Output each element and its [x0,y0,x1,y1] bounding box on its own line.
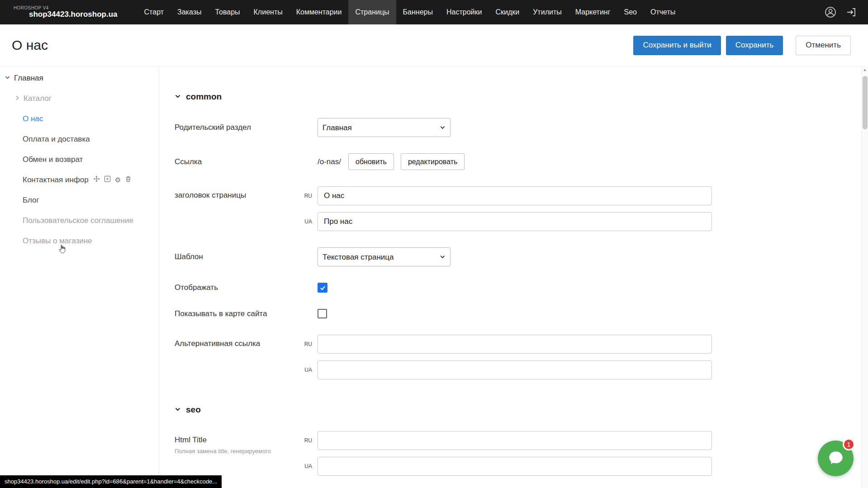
header-actions: Сохранить и выйти Сохранить Отменить [633,36,851,55]
menu-item-marketing[interactable]: Маркетинг [569,0,617,24]
menu-item-seo[interactable]: Seo [617,0,644,24]
save-button[interactable]: Сохранить [726,36,783,55]
page-title-ru-input[interactable] [318,186,712,205]
tree-item-about[interactable]: О нас [0,109,159,129]
tree-item-store-reviews[interactable]: Отзывы о магазине [0,231,159,251]
link-label: Ссылка [175,157,298,166]
tree-item-label: О нас [23,114,43,123]
tree-item-contact-info[interactable]: Контактная инфор ⚙ [0,170,159,190]
tree-item-label: Обмен и возврат [23,155,83,164]
display-label: Отображать [175,283,298,292]
tree-item-label: Каталог [24,94,52,103]
template-row: Шаблон Текстовая страница [175,247,868,266]
alt-link-ua-input[interactable] [318,360,712,379]
html-title-label: Html Title Полная замена title, генериру… [175,431,298,455]
link-row: Ссылка /o-nas/ обновить редактировать [175,153,868,170]
section-title: seo [186,405,201,415]
tree-item-exchange-return[interactable]: Обмен и возврат [0,149,159,170]
link-preview-statusbar: shop34423.horoshop.ua/edit/edit.php?id=6… [0,475,222,488]
tree-item-label: Пользовательское соглашение [23,216,133,225]
template-label: Шаблон [175,252,298,261]
display-row: Отображать [175,283,868,293]
menu-item-comments[interactable]: Комментарии [289,0,349,24]
sitemap-row: Показывать в карте сайта [175,309,868,318]
scrollbar-thumb[interactable] [863,76,868,129]
section-seo-header[interactable]: seo [175,405,868,415]
chevron-down-icon [5,74,10,83]
content-area: Главная Каталог О нас Оплата и доставка … [0,66,868,488]
html-title-ua-input[interactable] [318,457,712,476]
html-title-ru-input[interactable] [318,431,712,450]
tree-item-catalog[interactable]: Каталог [0,88,159,109]
menu-item-clients[interactable]: Клиенты [247,0,289,24]
main-menu: Старт Заказы Товары Клиенты Комментарии … [138,0,683,24]
menu-item-utilities[interactable]: Утилиты [526,0,569,24]
tree-item-blog[interactable]: Блог [0,190,159,210]
parent-section-label: Родительский раздел [175,123,298,132]
page-title-ua-input[interactable] [318,212,712,231]
sitemap-checkbox[interactable] [318,309,327,318]
template-select[interactable]: Текстовая страница [318,247,451,266]
display-checkbox[interactable] [318,283,327,293]
menu-item-settings[interactable]: Настройки [440,0,489,24]
menu-item-products[interactable]: Товары [209,0,247,24]
page-title-label: заголовок страницы [175,186,298,200]
logout-icon[interactable] [845,6,857,18]
topbar-right [825,6,868,18]
alt-link-ru-input[interactable] [318,335,712,354]
menu-item-pages[interactable]: Страницы [348,0,396,24]
lang-tag-ru: RU [298,437,318,444]
alt-link-row: Альтернативная ссылка RU UA [175,335,868,379]
tree-item-label: Блог [23,196,39,205]
page-header: О нас Сохранить и выйти Сохранить Отмени… [0,24,868,66]
chat-widget-button[interactable]: 1 [818,441,854,476]
link-value: /o-nas/ [318,157,341,166]
tree-item-label: Главная [14,74,43,83]
scrollbar-up-arrow[interactable]: ▲ [862,66,868,73]
alt-link-label: Альтернативная ссылка [175,335,298,348]
menu-item-banners[interactable]: Баннеры [396,0,440,24]
html-title-hint: Полная замена title, генерируемого [175,448,297,455]
html-title-label-text: Html Title [175,436,298,445]
menu-item-orders[interactable]: Заказы [171,0,208,24]
chat-unread-badge: 1 [843,438,855,450]
lang-tag-ua: UA [298,367,318,373]
chat-bubble-icon [827,449,845,469]
pages-tree-sidebar: Главная Каталог О нас Оплата и доставка … [0,66,159,488]
gear-icon[interactable]: ⚙ [115,176,121,183]
brand-domain: shop34423.horoshop.ua [14,10,118,19]
menu-item-reports[interactable]: Отчеты [644,0,682,24]
html-title-row: Html Title Полная замена title, генериру… [175,431,868,476]
section-title: common [186,92,222,102]
menu-item-start[interactable]: Старт [138,0,171,24]
save-and-exit-button[interactable]: Сохранить и выйти [633,36,721,55]
tree-item-user-agreement[interactable]: Пользовательское соглашение [0,210,159,231]
tree-item-label: Контактная инфор [23,175,89,185]
move-icon[interactable] [93,175,100,185]
tree-item-actions: ⚙ [93,175,132,185]
link-update-button[interactable]: обновить [348,153,394,170]
tree-item-main[interactable]: Главная [0,68,159,88]
section-common-header[interactable]: common [175,92,868,102]
user-account-icon[interactable] [825,6,836,18]
page-title-row: заголовок страницы RU UA [175,186,868,231]
cancel-button[interactable]: Отменить [796,36,851,55]
page-title: О нас [12,38,48,53]
sitemap-label: Показывать в карте сайта [175,309,298,318]
trash-icon[interactable] [125,175,132,185]
parent-section-row: Родительский раздел Главная [175,118,868,137]
link-edit-button[interactable]: редактировать [401,153,465,170]
menu-item-discounts[interactable]: Скидки [489,0,526,24]
add-page-icon[interactable] [104,175,111,185]
lang-tag-ru: RU [298,341,318,347]
chevron-down-icon [175,92,181,102]
parent-section-select[interactable]: Главная [318,118,451,137]
lang-tag-ua: UA [298,463,318,469]
lang-tag-ru: RU [298,193,318,199]
brand-logo[interactable]: HOROSHOP V4 shop34423.horoshop.ua [0,6,127,19]
lang-tag-ua: UA [298,218,318,225]
chevron-right-icon [14,94,20,103]
chevron-down-icon [175,405,181,415]
tree-item-payment-delivery[interactable]: Оплата и доставка [0,129,159,149]
vertical-scrollbar[interactable]: ▲ [861,66,868,488]
